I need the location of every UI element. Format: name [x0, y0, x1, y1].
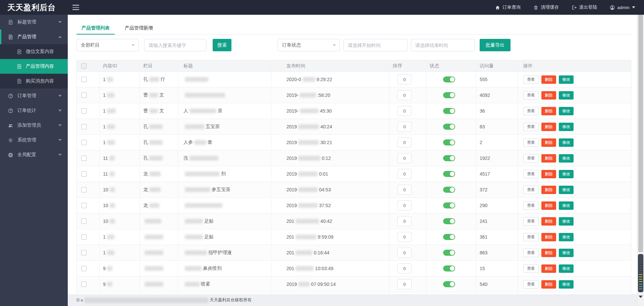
sidebar-item-product-content[interactable]: 产品管理内容 — [0, 59, 68, 74]
delete-button[interactable]: 删除 — [541, 91, 556, 100]
status-toggle[interactable] — [443, 76, 455, 82]
edit-button[interactable]: 修改 — [559, 91, 574, 100]
sidebar-item-product-mgmt[interactable]: 产品管理 — [0, 29, 68, 44]
sidebar-item-order-stats[interactable]: 订单统计 — [0, 103, 68, 118]
status-toggle[interactable] — [443, 124, 455, 130]
status-toggle[interactable] — [443, 155, 455, 161]
sort-input[interactable]: 0 — [397, 263, 412, 273]
sort-input[interactable]: 0 — [397, 122, 412, 132]
edit-button[interactable]: 修改 — [559, 249, 574, 257]
view-button[interactable]: 查看 — [523, 186, 539, 194]
sidebar-item-system-mgmt[interactable]: 系统管理 — [0, 133, 68, 147]
sort-input[interactable]: 0 — [397, 137, 412, 147]
sidebar-item-order-mgmt[interactable]: 订单管理 — [0, 88, 68, 103]
row-checkbox[interactable] — [81, 156, 87, 161]
user-menu[interactable]: admin — [610, 5, 635, 10]
sort-input[interactable]: 0 — [397, 90, 412, 100]
view-button[interactable]: 查看 — [523, 233, 539, 241]
edit-button[interactable]: 修改 — [559, 170, 574, 178]
edit-button[interactable]: 修改 — [559, 264, 574, 273]
row-checkbox[interactable] — [81, 187, 87, 192]
sidebar-item-global-config[interactable]: 全局配置 — [0, 147, 68, 162]
view-button[interactable]: 查看 — [523, 201, 539, 210]
delete-button[interactable]: 删除 — [541, 75, 556, 84]
delete-button[interactable]: 删除 — [541, 249, 556, 257]
row-checkbox[interactable] — [81, 203, 87, 208]
delete-button[interactable]: 删除 — [541, 233, 556, 241]
row-checkbox[interactable] — [81, 140, 87, 145]
hamburger-icon[interactable] — [72, 5, 79, 10]
status-toggle[interactable] — [443, 202, 455, 208]
search-button[interactable]: 搜索 — [213, 39, 231, 51]
sort-input[interactable]: 0 — [397, 248, 412, 258]
edit-button[interactable]: 修改 — [559, 217, 574, 226]
sidebar-item-wechat-copy[interactable]: 微信文案内容 — [0, 44, 68, 59]
tab-product-list[interactable]: 产品管理列表 — [76, 23, 115, 35]
status-toggle[interactable] — [443, 250, 455, 256]
sort-input[interactable]: 0 — [397, 185, 412, 195]
delete-button[interactable]: 删除 — [541, 138, 556, 147]
row-checkbox[interactable] — [81, 108, 87, 114]
sort-input[interactable]: 0 — [397, 216, 412, 226]
view-button[interactable]: 查看 — [523, 249, 539, 257]
delete-button[interactable]: 删除 — [541, 123, 556, 131]
status-toggle[interactable] — [443, 187, 455, 193]
row-checkbox[interactable] — [81, 171, 87, 177]
row-checkbox[interactable] — [81, 219, 87, 224]
view-button[interactable]: 查看 — [523, 154, 539, 163]
select-all-checkbox[interactable] — [81, 63, 87, 69]
row-checkbox[interactable] — [81, 77, 87, 82]
edit-button[interactable]: 修改 — [559, 201, 574, 210]
start-time-input[interactable] — [343, 39, 408, 51]
view-button[interactable]: 查看 — [523, 217, 539, 226]
delete-button[interactable]: 删除 — [541, 264, 556, 273]
status-toggle[interactable] — [443, 281, 455, 287]
order-status-select[interactable]: 订单状态 — [278, 39, 340, 51]
tab-product-add[interactable]: 产品管理新增 — [120, 23, 158, 35]
delete-button[interactable]: 删除 — [541, 186, 556, 194]
sort-input[interactable]: 0 — [397, 279, 412, 289]
category-select[interactable]: 全部栏目 — [76, 39, 139, 51]
sidebar-item-title-mgmt[interactable]: 标题管理 — [0, 15, 68, 29]
edit-button[interactable]: 修改 — [559, 233, 574, 241]
view-button[interactable]: 查看 — [523, 170, 539, 178]
edit-button[interactable]: 修改 — [559, 107, 574, 115]
scroll-caret-icon[interactable] — [639, 296, 643, 298]
view-button[interactable]: 查看 — [523, 107, 539, 115]
status-toggle[interactable] — [443, 171, 455, 177]
end-time-input[interactable] — [411, 39, 475, 51]
status-toggle[interactable] — [443, 139, 455, 145]
menu-clear-cache[interactable]: 清理缓存 — [533, 4, 559, 10]
row-checkbox[interactable] — [81, 124, 87, 129]
sort-input[interactable]: 0 — [397, 153, 412, 163]
view-button[interactable]: 查看 — [523, 280, 539, 289]
status-toggle[interactable] — [443, 218, 455, 224]
edit-button[interactable]: 修改 — [559, 123, 574, 131]
row-checkbox[interactable] — [81, 93, 87, 98]
row-checkbox[interactable] — [81, 234, 87, 240]
sort-input[interactable]: 0 — [397, 232, 412, 242]
page-scrollbar-thumb[interactable] — [638, 15, 643, 252]
delete-button[interactable]: 删除 — [541, 170, 556, 178]
sort-input[interactable]: 0 — [397, 200, 412, 210]
sidebar-item-add-admin[interactable]: 添加管理员 — [0, 118, 68, 133]
status-toggle[interactable] — [443, 92, 455, 98]
edit-button[interactable]: 修改 — [559, 154, 574, 163]
search-input[interactable] — [144, 39, 206, 51]
view-button[interactable]: 查看 — [523, 264, 539, 273]
edit-button[interactable]: 修改 — [559, 138, 574, 147]
view-button[interactable]: 查看 — [523, 138, 539, 147]
status-toggle[interactable] — [443, 234, 455, 240]
row-checkbox[interactable] — [81, 250, 87, 255]
row-checkbox[interactable] — [81, 282, 87, 287]
sort-input[interactable]: 0 — [397, 169, 412, 179]
view-button[interactable]: 查看 — [523, 123, 539, 131]
delete-button[interactable]: 删除 — [541, 154, 556, 163]
sort-input[interactable]: 0 — [397, 74, 412, 84]
view-button[interactable]: 查看 — [523, 91, 539, 100]
edit-button[interactable]: 修改 — [559, 75, 574, 84]
row-checkbox[interactable] — [81, 266, 87, 271]
menu-logout[interactable]: 退出登陆 — [572, 4, 597, 10]
sidebar-item-purchase-message[interactable]: 购买消息内容 — [0, 74, 68, 88]
edit-button[interactable]: 修改 — [559, 186, 574, 194]
